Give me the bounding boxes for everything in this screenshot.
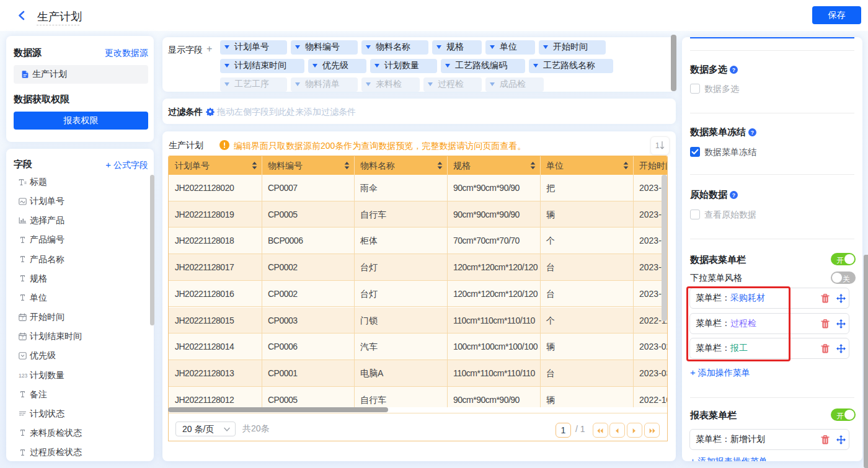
svg-text:?: ? — [732, 192, 735, 198]
svg-text:?: ? — [751, 130, 754, 136]
svg-text:7: 7 — [22, 316, 24, 320]
svg-text:?: ? — [732, 67, 735, 73]
svg-text:7: 7 — [22, 335, 24, 340]
svg-text:123: 123 — [19, 373, 27, 379]
